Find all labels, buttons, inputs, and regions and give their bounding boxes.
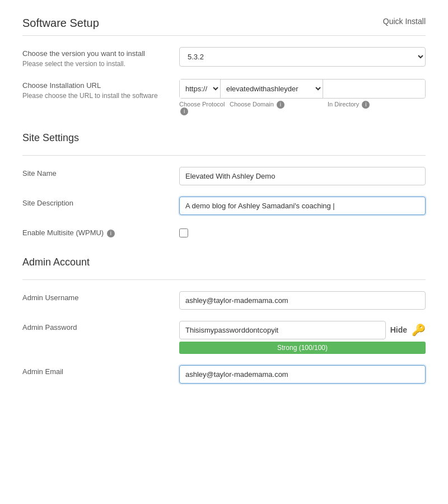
admin-username-input[interactable] bbox=[179, 291, 426, 310]
url-hint: Please choose the URL to install the sof… bbox=[22, 92, 179, 100]
version-hint: Please select the version to install. bbox=[22, 60, 179, 68]
page-header: Software Setup Quick Install bbox=[22, 17, 426, 30]
version-label: Choose the version you want to install bbox=[22, 49, 179, 58]
protocol-info-icon[interactable]: i bbox=[180, 108, 188, 115]
version-row: Choose the version you want to install P… bbox=[22, 47, 426, 68]
url-label-col: Choose Installation URL Please choose th… bbox=[22, 79, 179, 100]
site-name-input[interactable] bbox=[179, 167, 426, 185]
url-label: Choose Installation URL bbox=[22, 81, 179, 90]
version-control-col: 5.3.2 bbox=[179, 47, 426, 67]
key-icon[interactable]: 🔑 bbox=[412, 323, 426, 337]
hide-password-button[interactable]: Hide bbox=[390, 325, 407, 334]
multisite-checkbox[interactable] bbox=[179, 228, 188, 237]
url-domain-label: Choose Domain i bbox=[230, 101, 328, 115]
site-settings-title: Site Settings bbox=[22, 132, 426, 144]
site-settings-divider bbox=[22, 155, 426, 156]
domain-info-icon[interactable]: i bbox=[277, 101, 284, 109]
site-name-label-col: Site Name bbox=[22, 167, 179, 180]
site-name-row: Site Name bbox=[22, 167, 426, 185]
admin-email-input[interactable] bbox=[179, 365, 426, 384]
quick-install-link[interactable]: Quick Install bbox=[383, 17, 426, 26]
site-description-row: Site Description bbox=[22, 197, 426, 215]
site-description-input[interactable] bbox=[179, 197, 426, 215]
page-title: Software Setup bbox=[22, 17, 99, 30]
version-label-col: Choose the version you want to install P… bbox=[22, 47, 179, 68]
site-name-control-col bbox=[179, 167, 426, 185]
multisite-checkbox-wrapper bbox=[179, 226, 426, 237]
admin-username-control-col bbox=[179, 291, 426, 310]
dir-info-icon[interactable]: i bbox=[362, 101, 370, 109]
header-divider bbox=[22, 35, 426, 36]
admin-password-label: Admin Password bbox=[22, 323, 179, 332]
site-description-control-col bbox=[179, 197, 426, 215]
multisite-control-col bbox=[179, 226, 426, 237]
admin-email-label: Admin Email bbox=[22, 367, 179, 376]
multisite-label-col: Enable Multisite (WPMU) i bbox=[22, 226, 179, 240]
url-protocol-label: Choose Protocol i bbox=[179, 101, 230, 115]
admin-password-row: Admin Password Hide 🔑 Strong (100/100) bbox=[22, 321, 426, 354]
site-name-label: Site Name bbox=[22, 169, 179, 178]
admin-password-control-col: Hide 🔑 Strong (100/100) bbox=[179, 321, 426, 354]
password-input-row: Hide 🔑 bbox=[179, 321, 426, 339]
admin-email-control-col bbox=[179, 365, 426, 384]
url-directory-input[interactable] bbox=[323, 80, 425, 97]
url-control-col: https:// elevatedwithashleyder Choose Pr… bbox=[179, 79, 426, 115]
multisite-info-icon[interactable]: i bbox=[107, 230, 115, 237]
multisite-label: Enable Multisite (WPMU) i bbox=[22, 228, 179, 237]
admin-email-label-col: Admin Email bbox=[22, 365, 179, 378]
url-labels: Choose Protocol i Choose Domain i In Dir… bbox=[179, 101, 426, 115]
site-description-label-col: Site Description bbox=[22, 197, 179, 209]
password-input-wrapper bbox=[179, 321, 386, 339]
url-input-row: https:// elevatedwithashleyder bbox=[179, 79, 426, 99]
admin-username-label: Admin Username bbox=[22, 293, 179, 302]
url-domain-select[interactable]: elevatedwithashleyder bbox=[221, 80, 323, 98]
admin-username-label-col: Admin Username bbox=[22, 291, 179, 304]
admin-account-divider bbox=[22, 279, 426, 280]
admin-email-row: Admin Email bbox=[22, 365, 426, 384]
url-dir-label: In Directory i bbox=[328, 101, 426, 115]
version-select[interactable]: 5.3.2 bbox=[179, 47, 426, 67]
admin-account-title: Admin Account bbox=[22, 256, 426, 268]
url-row: Choose Installation URL Please choose th… bbox=[22, 79, 426, 115]
admin-username-row: Admin Username bbox=[22, 291, 426, 310]
password-strength-bar: Strong (100/100) bbox=[179, 342, 426, 354]
admin-password-input[interactable] bbox=[179, 321, 386, 339]
admin-password-label-col: Admin Password bbox=[22, 321, 179, 334]
site-description-label: Site Description bbox=[22, 199, 179, 207]
url-protocol-select[interactable]: https:// bbox=[180, 80, 221, 98]
multisite-row: Enable Multisite (WPMU) i bbox=[22, 226, 426, 240]
